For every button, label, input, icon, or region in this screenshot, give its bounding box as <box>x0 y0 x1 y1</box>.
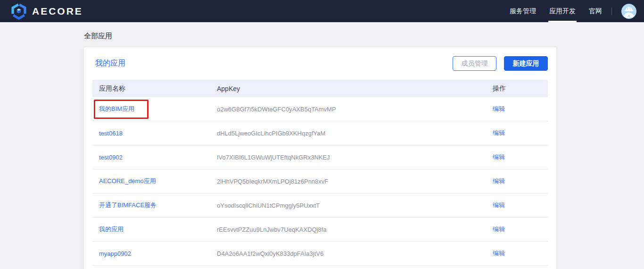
actions-cell: 编辑 <box>493 225 548 234</box>
app-key-cell: o2w6G8Gf7i5kDWteGFC0yAXB5qTAmvMP <box>217 106 493 113</box>
app-name-link[interactable]: myapp0902 <box>99 250 131 257</box>
app-key-value: oYsodIscqllChiUN1tCPmggly5PUxxtT <box>217 202 320 209</box>
card-actions: 成员管理 新建应用 <box>453 56 548 71</box>
app-name-link[interactable]: 我的BIM应用 <box>99 105 134 112</box>
app-name-link[interactable]: 开通了BIMFACE服务 <box>99 202 157 209</box>
active-tab-underline <box>548 21 577 22</box>
app-name-cell: test0618 <box>92 130 217 137</box>
table-row: 我的BIM应用 o2w6G8Gf7i5kDWteGFC0yAXB5qTAmvMP… <box>92 97 548 121</box>
hexagon-cube-logo-icon <box>10 3 27 20</box>
app-table: 应用名称 AppKey 操作 我的BIM应用 o2w6G8Gf7i5kDWteG… <box>92 80 548 266</box>
brand-logo[interactable]: AECORE <box>10 3 83 20</box>
top-navbar: AECORE 服务管理 应用开发 官网 <box>0 0 644 22</box>
app-key-cell: rEEsvvtPZZuu9LnJwbv7UeqKAXDQj8fa <box>217 226 493 233</box>
edit-link[interactable]: 编辑 <box>493 202 505 209</box>
card-header: 我的应用 成员管理 新建应用 <box>84 47 556 80</box>
card-title: 我的应用 <box>95 59 125 68</box>
table-row: test0902 IVo7XIBI6L1GWuWjUTEftqNkGRx3NKE… <box>92 145 548 169</box>
edit-link[interactable]: 编辑 <box>493 129 505 136</box>
app-name-cell: myapp0902 <box>92 250 217 257</box>
nav-item-official-site[interactable]: 官网 <box>582 0 609 22</box>
header-actions: 操作 <box>493 84 548 93</box>
brand-name: AECORE <box>32 6 83 17</box>
actions-cell: 编辑 <box>493 177 548 185</box>
table-row: test0618 dHLd5LjweoGIcLihcPIGb9XKHqzgfYa… <box>92 121 548 145</box>
header-app-name: 应用名称 <box>92 84 217 93</box>
edit-link[interactable]: 编辑 <box>493 177 505 185</box>
app-name-link[interactable]: 我的应用 <box>99 226 124 233</box>
actions-cell: 编辑 <box>493 249 548 258</box>
header-appkey: AppKey <box>217 85 493 92</box>
edit-link[interactable]: 编辑 <box>493 105 505 112</box>
table-body: 我的BIM应用 o2w6G8Gf7i5kDWteGFC0yAXB5qTAmvMP… <box>92 97 548 266</box>
app-key-value: IVo7XIBI6L1GWuWjUTEftqNkGRx3NKEJ <box>217 154 330 161</box>
app-key-cell: dHLd5LjweoGIcLihcPIGb9XKHqzgfYaM <box>217 130 493 137</box>
nav-item-service-management[interactable]: 服务管理 <box>503 0 543 22</box>
actions-cell: 编辑 <box>493 129 548 137</box>
app-key-value: dHLd5LjweoGIcLihcPIGb9XKHqzgfYaM <box>217 130 325 137</box>
app-name-cell: test0902 <box>92 154 217 161</box>
nav-menu: 服务管理 应用开发 官网 <box>503 0 636 22</box>
app-key-cell: D4A2o6AA1f2wQxl0yK833dpFAIa3jtV6 <box>217 250 493 257</box>
table-row: myapp0902 D4A2o6AA1f2wQxl0yK833dpFAIa3jt… <box>92 242 548 266</box>
edit-link[interactable]: 编辑 <box>493 153 505 160</box>
page-title: 全部应用 <box>84 32 644 41</box>
app-name-link[interactable]: AECORE_demo应用 <box>99 177 156 185</box>
table-row: AECORE_demo应用 2iHhVPQ5bIeqkrMXmLPOj81z6P… <box>92 169 548 193</box>
edit-link[interactable]: 编辑 <box>493 226 505 233</box>
create-app-button[interactable]: 新建应用 <box>504 56 548 71</box>
my-apps-card: 我的应用 成员管理 新建应用 应用名称 AppKey 操作 我的BIM应用 o2… <box>84 47 556 269</box>
engineer-avatar-icon <box>621 4 636 19</box>
app-name-cell: AECORE_demo应用 <box>92 177 217 185</box>
app-key-value: 2iHhVPQ5bIeqkrMXmLPOj81z6Pnn8xvF <box>217 178 328 185</box>
app-key-value: rEEsvvtPZZuu9LnJwbv7UeqKAXDQj8fa <box>217 226 327 233</box>
nav-divider <box>611 8 612 15</box>
member-management-button[interactable]: 成员管理 <box>453 56 496 71</box>
app-name-cell: 我的BIM应用 <box>92 105 217 113</box>
app-key-value: D4A2o6AA1f2wQxl0yK833dpFAIa3jtV6 <box>217 250 323 257</box>
app-name-cell: 开通了BIMFACE服务 <box>92 201 217 210</box>
actions-cell: 编辑 <box>493 201 548 210</box>
app-name-link[interactable]: test0618 <box>99 130 123 137</box>
actions-cell: 编辑 <box>493 153 548 161</box>
edit-link[interactable]: 编辑 <box>493 250 505 257</box>
app-key-cell: 2iHhVPQ5bIeqkrMXmLPOj81z6Pnn8xvF <box>217 178 493 185</box>
app-key-cell: oYsodIscqllChiUN1tCPmggly5PUxxtT <box>217 202 493 209</box>
table-header-row: 应用名称 AppKey 操作 <box>92 80 548 97</box>
app-key-cell: IVo7XIBI6L1GWuWjUTEftqNkGRx3NKEJ <box>217 154 493 161</box>
app-key-value: o2w6G8Gf7i5kDWteGFC0yAXB5qTAmvMP <box>217 106 336 113</box>
app-name-cell: 我的应用 <box>92 225 217 234</box>
actions-cell: 编辑 <box>493 105 548 113</box>
nav-item-app-development[interactable]: 应用开发 <box>543 0 582 22</box>
user-avatar[interactable] <box>621 4 636 19</box>
table-row: 我的应用 rEEsvvtPZZuu9LnJwbv7UeqKAXDQj8fa 编辑 <box>92 218 548 242</box>
app-name-link[interactable]: test0902 <box>99 154 123 161</box>
table-row: 开通了BIMFACE服务 oYsodIscqllChiUN1tCPmggly5P… <box>92 193 548 218</box>
